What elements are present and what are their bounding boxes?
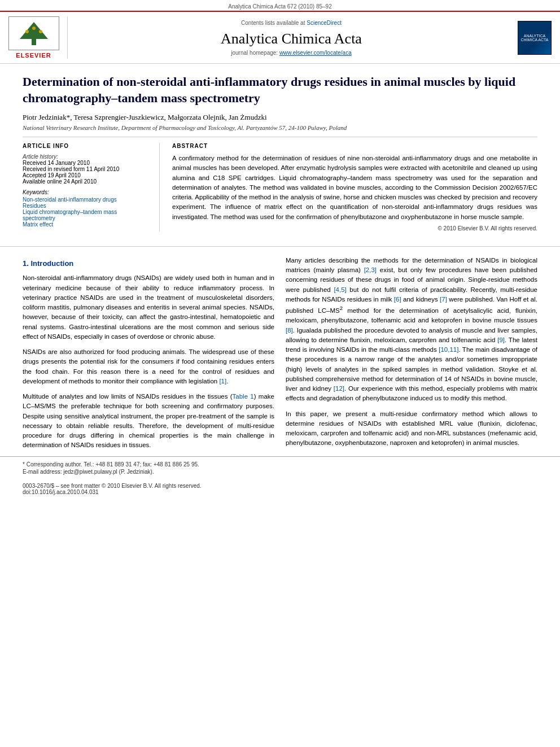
journal-title: Analytica Chimica Acta xyxy=(221,30,362,47)
elsevier-label: ELSEVIER xyxy=(16,52,51,59)
ref-8-link[interactable]: [8] xyxy=(286,327,293,334)
homepage-url[interactable]: www.elsevier.com/locate/aca xyxy=(279,50,352,56)
body-para-1: Non-steroidal anti-inflammatory drugs (N… xyxy=(23,273,274,342)
svg-point-5 xyxy=(32,27,36,30)
sciencedirect-link[interactable]: ScienceDirect xyxy=(307,20,342,26)
ref-4-5-link[interactable]: [4,5] xyxy=(334,286,346,293)
journal-title-area: Contents lists available at ScienceDirec… xyxy=(73,16,509,59)
ref-7-link[interactable]: [7] xyxy=(440,296,447,303)
svg-point-4 xyxy=(39,30,42,33)
copyright-line: © 2010 Elsevier B.V. All rights reserved… xyxy=(172,225,537,231)
article-title: Determination of non-steroidal anti-infl… xyxy=(23,74,537,106)
abstract-section: ABSTRACT A confirmatory method for the d… xyxy=(172,143,537,231)
footnote-corresponding: * Corresponding author. Tel.: +48 81 889… xyxy=(23,461,537,468)
keyword-1: Non-steroidal anti-inflammatory drugs xyxy=(23,196,147,203)
article-info-panel: ARTICLE INFO Article history: Received 1… xyxy=(23,143,147,231)
doi-text: doi:10.1016/j.aca.2010.04.031 xyxy=(23,489,99,495)
keywords-label: Keywords: xyxy=(23,189,147,195)
article-history: Article history: Received 14 January 201… xyxy=(23,154,147,185)
col-left: 1. Introduction Non-steroidal anti-infla… xyxy=(23,256,274,456)
main-content: Determination of non-steroidal anti-infl… xyxy=(0,64,560,237)
abstract-text: A confirmatory method for the determinat… xyxy=(172,154,537,222)
section-divider xyxy=(0,246,560,247)
journal-ref-bar: Analytica Chimica Acta 672 (2010) 85–92 xyxy=(0,0,560,11)
available-date: Available online 24 April 2010 xyxy=(23,178,147,185)
journal-header: ELSEVIER Contents lists available at Sci… xyxy=(0,11,560,64)
col-right: Many articles describing the methods for… xyxy=(286,256,537,456)
ref-10-11-link[interactable]: [10,11] xyxy=(439,346,458,353)
footnote-email: E-mail address: jedz@piwet.pulawy.pl (P.… xyxy=(23,469,537,475)
ref-9-link[interactable]: [9] xyxy=(497,337,505,343)
authors-line: Piotr Jedziniak*, Teresa Szprengier-Jusz… xyxy=(23,113,537,122)
body-para-right-2: In this paper, we present a multi-residu… xyxy=(286,409,537,448)
authors-text: Piotr Jedziniak*, Teresa Szprengier-Jusz… xyxy=(23,113,267,121)
journal-logo-right: ANALYTICA CHIMICA ACTA xyxy=(515,16,554,59)
sciencedirect-line: Contents lists available at ScienceDirec… xyxy=(241,20,342,26)
table1-link[interactable]: Table 1 xyxy=(233,393,254,400)
info-abstract-divider xyxy=(159,143,160,231)
body-two-col: 1. Introduction Non-steroidal anti-infla… xyxy=(0,256,560,456)
abstract-heading: ABSTRACT xyxy=(172,143,537,149)
body-para-2: NSAIDs are also authorized for food prod… xyxy=(23,347,274,386)
affiliation: National Veterinary Research Institute, … xyxy=(23,124,537,131)
accepted-date: Accepted 19 April 2010 xyxy=(23,172,147,178)
elsevier-logo-image xyxy=(8,16,59,50)
article-info-heading: ARTICLE INFO xyxy=(23,143,147,149)
ref-6-link[interactable]: [6] xyxy=(394,296,401,303)
issn-line: 0003-2670/$ – see front matter © 2010 El… xyxy=(23,483,202,489)
ref-1-link[interactable]: [1] xyxy=(219,378,226,385)
elsevier-logo: ELSEVIER xyxy=(6,16,68,59)
history-label: Article history: xyxy=(23,154,147,160)
article-info-abstract: ARTICLE INFO Article history: Received 1… xyxy=(23,137,537,231)
page: Analytica Chimica Acta 672 (2010) 85–92 xyxy=(0,0,560,747)
received-date: Received 14 January 2010 xyxy=(23,160,147,166)
keyword-2: Residues xyxy=(23,203,147,209)
keywords-list: Non-steroidal anti-inflammatory drugs Re… xyxy=(23,196,147,228)
keyword-3: Liquid chromatography–tandem mass spectr… xyxy=(23,209,147,221)
section1-heading: 1. Introduction xyxy=(23,258,274,269)
body-para-right-1: Many articles describing the methods for… xyxy=(286,256,537,404)
ref-2-3-link[interactable]: [2,3] xyxy=(364,267,377,273)
keywords-section: Keywords: Non-steroidal anti-inflammator… xyxy=(23,189,147,228)
ref-12-link[interactable]: [12] xyxy=(334,385,344,392)
received-revised-date: Received in revised form 11 April 2010 xyxy=(23,166,147,172)
body-para-3: Multitude of analytes and low limits of … xyxy=(23,392,274,451)
footnotes-area: * Corresponding author. Tel.: +48 81 889… xyxy=(0,456,560,480)
keyword-4: Matrix effect xyxy=(23,221,147,228)
svg-point-3 xyxy=(25,30,29,33)
journal-ref: Analytica Chimica Acta 672 (2010) 85–92 xyxy=(228,3,331,10)
journal-homepage: journal homepage: www.elsevier.com/locat… xyxy=(231,50,351,56)
aca-logo: ANALYTICA CHIMICA ACTA xyxy=(518,21,552,55)
doi-line: 0003-2670/$ – see front matter © 2010 El… xyxy=(0,480,560,497)
